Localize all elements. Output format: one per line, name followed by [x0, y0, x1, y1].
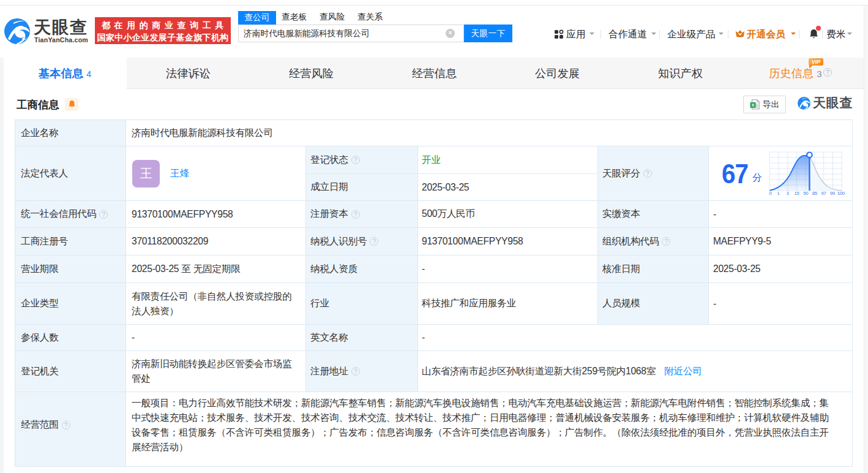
svg-text:97: 97 — [821, 191, 826, 196]
svg-text:99: 99 — [830, 191, 835, 196]
svg-text:X: X — [751, 102, 754, 108]
svg-text:85: 85 — [812, 191, 818, 196]
svg-text:15: 15 — [794, 191, 799, 196]
svg-text:50: 50 — [803, 191, 809, 196]
svg-text:1: 1 — [777, 191, 779, 196]
svg-text:3: 3 — [786, 191, 788, 196]
svg-text:0: 0 — [769, 191, 772, 196]
svg-text:100: 100 — [837, 191, 845, 196]
